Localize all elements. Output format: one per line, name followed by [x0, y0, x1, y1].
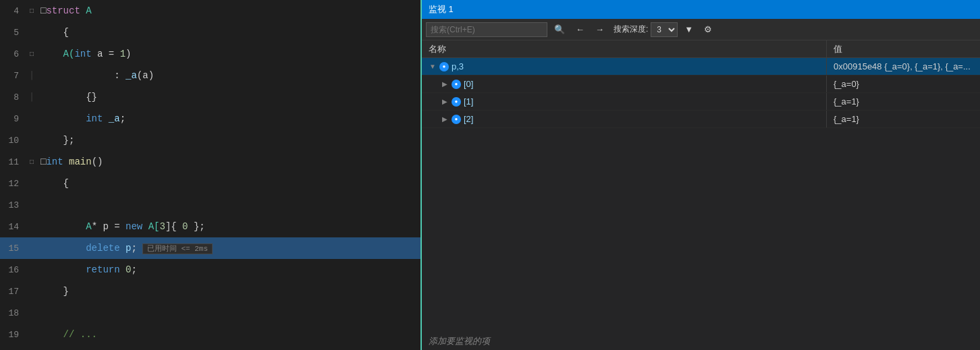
watch-title-bar: 监视 1 — [422, 0, 980, 19]
line-number: 9 — [0, 114, 26, 124]
line-number: 8 — [0, 92, 26, 103]
watch-row[interactable]: ▶●[1]{_a=1} — [422, 93, 980, 111]
line-number: 15 — [0, 243, 26, 254]
line-content: return 0; — [38, 264, 420, 275]
code-line: 8│ {} — [0, 86, 420, 108]
line-content: delete p;已用时间 <= 2ms — [38, 243, 420, 254]
line-number: 12 — [0, 179, 26, 189]
line-number: 5 — [0, 28, 26, 38]
watch-row-name: ▶●[1] — [422, 93, 827, 110]
variable-name: p,3 — [452, 61, 464, 71]
line-content: { — [38, 27, 420, 38]
watch-variable-icon: ● — [452, 115, 461, 124]
watch-row[interactable]: ▼●p,30x00915e48 {_a=0}, {_a=1}, {_a=... — [422, 58, 980, 76]
code-lines: 4□□struct A5 {6□ A(int a = 1)7│ : _a(a)8… — [0, 0, 420, 345]
watch-title: 监视 1 — [429, 3, 454, 16]
code-line: 10 }; — [0, 129, 420, 151]
line-number: 10 — [0, 136, 26, 146]
code-line: 14 A* p = new A[3]{ 0 }; — [0, 216, 420, 237]
code-line: 7│ : _a(a) — [0, 65, 420, 86]
search-icon-btn[interactable]: 🔍 — [550, 22, 569, 37]
line-gutter: │ — [26, 92, 38, 102]
code-editor: 4□□struct A5 {6□ A(int a = 1)7│ : _a(a)8… — [0, 0, 422, 350]
line-content: { — [38, 178, 420, 189]
filter-btn[interactable]: ▼ — [680, 22, 697, 37]
code-line: 6□ A(int a = 1) — [0, 43, 420, 65]
code-line: 16 return 0; — [0, 259, 420, 281]
collapse-arrow-icon[interactable]: ▼ — [429, 63, 437, 71]
line-gutter: □ — [26, 7, 38, 15]
col-name-header: 名称 — [422, 40, 827, 57]
watch-row-value: {_a=1} — [827, 93, 980, 110]
line-content: // ... — [38, 329, 420, 340]
code-line: 15 delete p;已用时间 <= 2ms — [0, 237, 420, 259]
watch-row-name: ▶●[0] — [422, 76, 827, 92]
watch-variable-icon: ● — [452, 97, 461, 107]
col-value-header: 值 — [827, 40, 980, 57]
code-line: 11□□int main() — [0, 151, 420, 173]
watch-row[interactable]: ▶●[2]{_a=1} — [422, 111, 980, 128]
line-number: 4 — [0, 6, 26, 16]
watch-variable-icon: ● — [439, 62, 449, 71]
watch-row-value: {_a=1} — [827, 111, 980, 127]
watch-row[interactable]: ▶●[0]{_a=0} — [422, 76, 980, 93]
code-line: 4□□struct A — [0, 0, 420, 22]
code-line: 12 { — [0, 173, 420, 194]
code-line: 19 // ... — [0, 324, 420, 345]
line-number: 11 — [0, 157, 26, 167]
expand-arrow-icon[interactable]: ▶ — [441, 115, 449, 123]
line-number: 18 — [0, 308, 26, 318]
settings-btn[interactable]: ⚙ — [700, 22, 716, 37]
code-line: 9 int _a; — [0, 108, 420, 129]
code-line: 18 — [0, 302, 420, 324]
forward-btn[interactable]: → — [591, 22, 608, 37]
back-btn[interactable]: ← — [572, 22, 589, 37]
search-input[interactable] — [426, 22, 547, 37]
line-content: } — [38, 286, 420, 297]
watch-toolbar: 🔍 ← → 搜索深度: 3 1 2 4 5 ▼ ⚙ — [422, 19, 980, 40]
watch-row-name: ▶●[2] — [422, 111, 827, 127]
line-content: {} — [38, 92, 420, 103]
watch-row-name: ▼●p,3 — [422, 58, 827, 75]
code-line: 5 { — [0, 22, 420, 43]
variable-name: [2] — [464, 114, 473, 124]
expand-arrow-icon[interactable]: ▶ — [441, 98, 449, 106]
line-gutter: │ — [26, 71, 38, 80]
line-gutter: □ — [26, 158, 38, 166]
line-number: 6 — [0, 49, 26, 59]
line-content: A* p = new A[3]{ 0 }; — [38, 221, 420, 232]
line-content: int _a; — [38, 113, 420, 124]
watch-rows: ▼●p,30x00915e48 {_a=0}, {_a=1}, {_a=...▶… — [422, 58, 980, 332]
depth-label: 搜索深度: — [614, 24, 648, 35]
watch-panel: 监视 1 🔍 ← → 搜索深度: 3 1 2 4 5 ▼ ⚙ 名称 值 ▼●p,… — [422, 0, 980, 350]
watch-row-value: 0x00915e48 {_a=0}, {_a=1}, {_a=... — [827, 58, 980, 75]
variable-name: [1] — [464, 96, 473, 107]
variable-name: [0] — [464, 79, 473, 89]
line-number: 16 — [0, 265, 26, 275]
line-gutter: □ — [26, 51, 38, 58]
line-content: : _a(a) — [38, 70, 420, 81]
depth-select[interactable]: 3 1 2 4 5 — [651, 22, 678, 37]
line-number: 17 — [0, 287, 26, 297]
watch-row-value: {_a=0} — [827, 76, 980, 92]
line-number: 7 — [0, 71, 26, 81]
code-line: 17 } — [0, 281, 420, 302]
line-content: }; — [38, 135, 420, 146]
expand-arrow-icon[interactable]: ▶ — [441, 80, 449, 88]
code-line: 13 — [0, 194, 420, 216]
line-content: □struct A — [38, 5, 420, 16]
timing-badge: 已用时间 <= 2ms — [142, 243, 213, 254]
line-content: □int main() — [38, 156, 420, 167]
line-number: 13 — [0, 200, 26, 210]
line-number: 19 — [0, 330, 26, 340]
watch-variable-icon: ● — [452, 80, 461, 89]
line-content: A(int a = 1) — [38, 49, 420, 59]
line-number: 14 — [0, 222, 26, 232]
watch-columns: 名称 值 — [422, 40, 980, 58]
add-watch-label[interactable]: 添加要监视的项 — [422, 332, 980, 350]
